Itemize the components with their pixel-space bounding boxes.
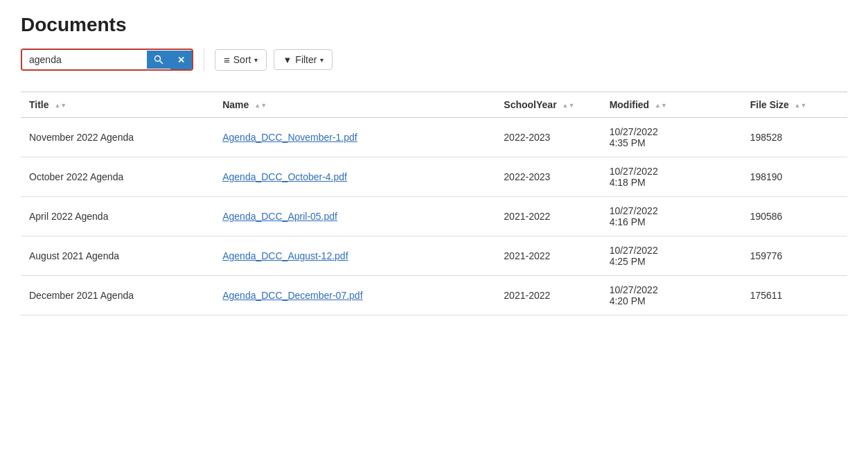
cell-schoolyear-3: 2021-2022	[495, 236, 601, 276]
cell-title-4: December 2021 Agenda	[21, 276, 214, 315]
clear-icon: ✕	[177, 55, 185, 65]
cell-filesize-0: 198528	[742, 118, 847, 157]
table-row: December 2021 Agenda Agenda_DCC_December…	[21, 276, 847, 315]
sort-label: Sort	[233, 54, 251, 65]
search-icon	[154, 55, 163, 64]
schoolyear-sort-icon: ▲▼	[562, 103, 574, 109]
table-header-row: Title ▲▼ Name ▲▼ SchoolYear ▲▼ Modified …	[21, 92, 847, 118]
sort-button[interactable]: ≡ Sort ▾	[215, 49, 267, 71]
page-title: Documents	[21, 14, 847, 36]
col-header-filesize[interactable]: File Size ▲▼	[742, 92, 847, 118]
svg-point-0	[155, 56, 161, 62]
col-header-modified[interactable]: Modified ▲▼	[601, 92, 742, 118]
search-button[interactable]	[147, 51, 170, 69]
toolbar-divider	[204, 49, 204, 71]
cell-title-0: November 2022 Agenda	[21, 118, 214, 157]
cell-schoolyear-1: 2022-2023	[495, 157, 601, 197]
col-header-schoolyear[interactable]: SchoolYear ▲▼	[495, 92, 601, 118]
search-input[interactable]	[22, 50, 147, 69]
filter-icon: ▼	[283, 55, 292, 65]
modified-sort-icon: ▲▼	[655, 103, 667, 109]
cell-name-3[interactable]: Agenda_DCC_August-12.pdf	[214, 236, 495, 276]
file-link-3[interactable]: Agenda_DCC_August-12.pdf	[222, 250, 348, 261]
cell-filesize-3: 159776	[742, 236, 847, 276]
cell-filesize-4: 175611	[742, 276, 847, 315]
cell-title-1: October 2022 Agenda	[21, 157, 214, 197]
col-header-title[interactable]: Title ▲▼	[21, 92, 214, 118]
cell-name-4[interactable]: Agenda_DCC_December-07.pdf	[214, 276, 495, 315]
title-sort-icon: ▲▼	[54, 103, 67, 109]
cell-modified-1: 10/27/20224:18 PM	[601, 157, 742, 197]
toolbar: ✕ ≡ Sort ▾ ▼ Filter ▾	[21, 49, 847, 78]
table-row: August 2021 Agenda Agenda_DCC_August-12.…	[21, 236, 847, 276]
cell-title-3: August 2021 Agenda	[21, 236, 214, 276]
sort-lines-icon: ≡	[224, 54, 230, 66]
cell-schoolyear-4: 2021-2022	[495, 276, 601, 315]
cell-schoolyear-2: 2021-2022	[495, 197, 601, 236]
cell-name-0[interactable]: Agenda_DCC_November-1.pdf	[214, 118, 495, 157]
table-row: November 2022 Agenda Agenda_DCC_November…	[21, 118, 847, 157]
filesize-sort-icon: ▲▼	[795, 103, 807, 109]
file-link-4[interactable]: Agenda_DCC_December-07.pdf	[222, 290, 362, 301]
svg-line-1	[160, 61, 163, 64]
cell-name-2[interactable]: Agenda_DCC_April-05.pdf	[214, 197, 495, 236]
cell-schoolyear-0: 2022-2023	[495, 118, 601, 157]
search-box: ✕	[21, 49, 193, 71]
cell-modified-0: 10/27/20224:35 PM	[601, 118, 742, 157]
name-sort-icon: ▲▼	[254, 103, 267, 109]
documents-table: Title ▲▼ Name ▲▼ SchoolYear ▲▼ Modified …	[21, 92, 847, 315]
filter-label: Filter	[295, 54, 317, 65]
table-row: October 2022 Agenda Agenda_DCC_October-4…	[21, 157, 847, 197]
cell-modified-4: 10/27/20224:20 PM	[601, 276, 742, 315]
cell-filesize-1: 198190	[742, 157, 847, 197]
table-row: April 2022 Agenda Agenda_DCC_April-05.pd…	[21, 197, 847, 236]
filter-chevron-icon: ▾	[320, 56, 324, 64]
cell-filesize-2: 190586	[742, 197, 847, 236]
cell-title-2: April 2022 Agenda	[21, 197, 214, 236]
cell-name-1[interactable]: Agenda_DCC_October-4.pdf	[214, 157, 495, 197]
sort-chevron-icon: ▾	[254, 56, 258, 64]
file-link-1[interactable]: Agenda_DCC_October-4.pdf	[222, 171, 347, 182]
clear-button[interactable]: ✕	[170, 51, 192, 69]
filter-button[interactable]: ▼ Filter ▾	[274, 49, 333, 70]
file-link-2[interactable]: Agenda_DCC_April-05.pdf	[222, 211, 337, 222]
file-link-0[interactable]: Agenda_DCC_November-1.pdf	[222, 132, 357, 143]
col-header-name[interactable]: Name ▲▼	[214, 92, 495, 118]
cell-modified-2: 10/27/20224:16 PM	[601, 197, 742, 236]
cell-modified-3: 10/27/20224:25 PM	[601, 236, 742, 276]
